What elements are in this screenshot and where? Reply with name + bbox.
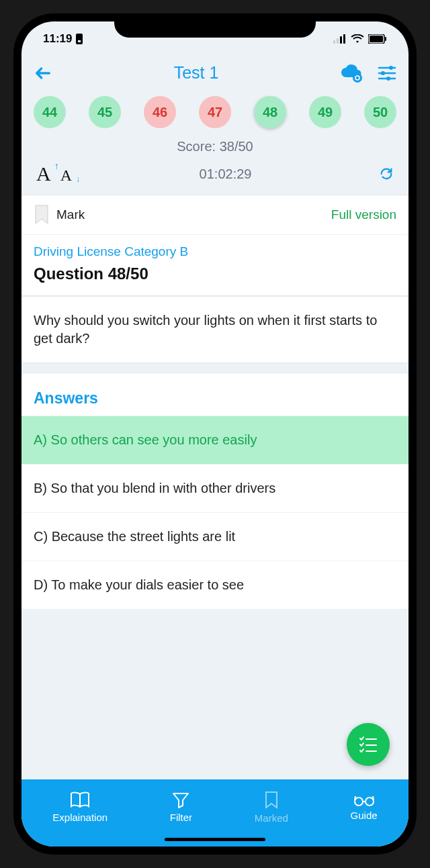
svg-rect-0	[76, 34, 83, 44]
wifi-icon	[351, 34, 364, 44]
svg-point-13	[381, 71, 385, 75]
answer-option-a[interactable]: A) So others can see you more easily	[22, 416, 408, 464]
svg-rect-8	[385, 37, 386, 41]
home-indicator[interactable]	[165, 838, 265, 841]
nav-marked[interactable]: Marked	[255, 791, 288, 824]
timer-row: A A 01:02:29	[22, 158, 408, 195]
svg-rect-1	[78, 40, 81, 42]
question-category: Driving License Category B	[22, 235, 408, 264]
question-nav-item-49[interactable]: 49	[309, 96, 341, 128]
cloud-sync-icon[interactable]	[340, 64, 363, 83]
book-icon	[70, 791, 90, 809]
glasses-icon	[353, 793, 376, 807]
status-card-icon	[75, 34, 84, 44]
nav-label: Explaination	[52, 812, 108, 823]
nav-label: Guide	[351, 810, 378, 821]
question-nav-item-48[interactable]: 48	[254, 96, 286, 128]
screen: 11:19 Test 1 44454647484950 Score: 38/50…	[22, 21, 408, 847]
question-card: Mark Full version Driving License Catego…	[22, 195, 408, 296]
answer-option-c[interactable]: C) Because the street lights are lit	[22, 512, 408, 561]
question-nav-item-44[interactable]: 44	[34, 96, 66, 128]
nav-filter[interactable]: Filter	[170, 791, 192, 823]
nav-guide[interactable]: Guide	[351, 793, 378, 821]
question-text: Why should you switch your lights on whe…	[22, 297, 408, 363]
question-nav[interactable]: 44454647484950	[22, 89, 408, 135]
checklist-icon	[358, 735, 378, 754]
settings-sliders-icon[interactable]	[378, 64, 396, 82]
filter-icon	[172, 791, 189, 809]
signal-icon	[333, 34, 347, 44]
question-text-card: Why should you switch your lights on whe…	[22, 296, 408, 363]
status-time: 11:19	[43, 32, 72, 46]
question-number-title: Question 48/50	[22, 264, 408, 295]
font-increase-button[interactable]: A	[36, 162, 51, 185]
font-decrease-button[interactable]: A	[60, 166, 72, 185]
svg-rect-5	[343, 34, 345, 44]
answer-option-b[interactable]: B) So that you blend in with other drive…	[22, 464, 408, 512]
nav-label: Filter	[170, 812, 192, 823]
svg-rect-2	[333, 40, 335, 44]
svg-point-21	[366, 798, 374, 806]
timer-text: 01:02:29	[72, 166, 379, 182]
page-title: Test 1	[174, 63, 219, 83]
battery-icon	[368, 34, 387, 44]
question-nav-item-46[interactable]: 46	[144, 96, 176, 128]
svg-rect-7	[370, 36, 383, 42]
back-icon[interactable]	[34, 64, 52, 83]
mark-label: Mark	[56, 207, 85, 222]
app-header: Test 1	[22, 56, 408, 89]
svg-point-20	[355, 798, 363, 806]
bookmark-icon[interactable]	[34, 205, 50, 225]
full-version-link[interactable]: Full version	[331, 207, 396, 222]
svg-rect-4	[340, 36, 342, 44]
question-nav-item-47[interactable]: 47	[199, 96, 231, 128]
answers-header: Answers	[22, 373, 408, 416]
answers-list: A) So others can see you more easilyB) S…	[22, 416, 408, 609]
nav-explaination[interactable]: Explaination	[52, 791, 108, 823]
answer-option-d[interactable]: D) To make your dials easier to see	[22, 561, 408, 609]
svg-rect-3	[337, 38, 339, 44]
bottom-nav: Explaination Filter Marked Guide	[22, 779, 408, 847]
svg-point-15	[386, 77, 390, 81]
device-frame: 11:19 Test 1 44454647484950 Score: 38/50…	[13, 13, 417, 855]
notch	[114, 13, 316, 38]
refresh-icon[interactable]	[379, 166, 394, 181]
svg-point-9	[353, 73, 362, 83]
score-text: Score: 38/50	[22, 135, 408, 158]
checklist-fab[interactable]	[347, 723, 390, 766]
svg-point-11	[389, 66, 393, 70]
question-nav-item-50[interactable]: 50	[364, 96, 396, 128]
bookmark-nav-icon	[264, 791, 279, 810]
nav-label: Marked	[255, 812, 288, 824]
question-nav-item-45[interactable]: 45	[89, 96, 121, 128]
